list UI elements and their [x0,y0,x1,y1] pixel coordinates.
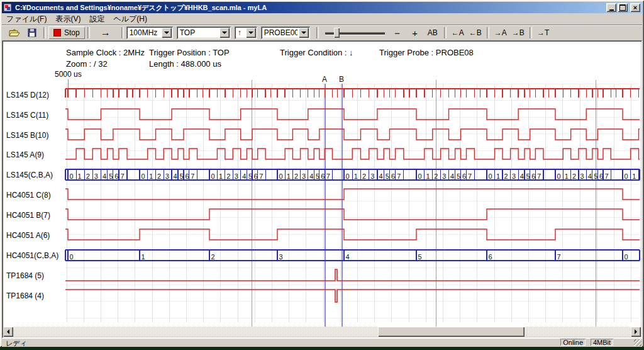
svg-text:3: 3 [279,253,283,261]
zoom-slider-handle[interactable] [334,28,340,38]
app-window: C:¥Documents and Settings¥noname¥デスクトップ¥… [0,0,644,347]
svg-text:0: 0 [70,172,74,180]
waveform-canvas[interactable]: AB01234567012345670123456701234567012345… [64,71,641,330]
svg-text:7: 7 [326,172,330,180]
svg-text:5: 5 [109,172,113,180]
svg-text:2: 2 [86,172,90,180]
zoom-in-button[interactable]: + [406,26,424,39]
zoom-text: Zoom : / 32 [66,59,108,69]
trigger-position-text: Trigger Position : TOP [149,48,230,57]
channel-label: LS145 D(12) [6,91,49,99]
trigger-pos-value: TOP [180,28,218,37]
trigger-pos-combobox[interactable]: TOP [177,26,231,39]
maximize-button[interactable] [618,3,628,12]
svg-text:1: 1 [426,172,430,180]
goto-cursor-b-left-button[interactable]: ←B [467,26,484,39]
svg-text:4: 4 [379,172,382,180]
title-bar[interactable]: C:¥Documents and Settings¥noname¥デスクトップ¥… [2,2,642,13]
clock-dropdown-button[interactable] [162,28,172,38]
svg-text:1: 1 [149,172,153,180]
svg-text:0: 0 [279,172,283,180]
svg-text:0: 0 [211,172,215,180]
minimize-icon [609,9,614,11]
menu-bar: ファイル(F) 表示(V) 設定 ヘルプ(H) [2,13,642,25]
svg-text:6: 6 [531,172,535,180]
tool-bar: Stop → 100MHz TOP ↑ PROBE00 − + AB ←A [2,25,642,41]
trigger-pos-dropdown-button[interactable] [219,28,230,38]
svg-text:0: 0 [625,253,628,261]
zoom-slider[interactable] [325,27,385,38]
goto-cursor-a-right-button[interactable]: →A [492,26,509,39]
channel-waveform [65,109,640,120]
svg-text:7: 7 [259,172,263,180]
svg-text:0: 0 [557,172,561,180]
svg-text:7: 7 [537,172,541,180]
svg-text:0: 0 [70,253,74,261]
svg-text:6: 6 [391,172,395,180]
svg-text:3: 3 [442,172,446,180]
toolbar-separator [121,27,124,38]
channel-label: LS145(C,B,A) [6,171,53,179]
svg-text:3: 3 [235,172,238,180]
svg-text:2: 2 [226,172,230,180]
svg-text:5: 5 [316,172,319,180]
scroll-right-button[interactable] [631,327,641,337]
svg-text:1: 1 [219,172,223,180]
svg-text:6: 6 [489,253,492,261]
edge-dropdown-button[interactable] [246,28,256,38]
svg-text:5: 5 [457,172,460,180]
run-button[interactable]: → [92,26,119,39]
svg-text:1: 1 [496,172,500,180]
svg-text:5: 5 [418,253,422,261]
status-ready: レディ [6,339,27,348]
resize-grip [634,339,641,346]
channel-waveform [65,209,640,220]
toolbar-separator [487,27,489,38]
svg-text:2: 2 [504,172,508,180]
probe-value: PROBE00 [264,28,297,37]
save-button[interactable] [23,26,41,39]
horizontal-scrollbar[interactable] [3,327,641,337]
channel-waveform [65,269,640,281]
zoom-out-button[interactable]: − [389,26,406,39]
minimize-button[interactable] [606,3,616,12]
edge-combobox[interactable]: ↑ [235,26,257,39]
zoom-ab-button[interactable]: AB [424,26,441,39]
channel-label: TP1684 (4) [6,291,44,300]
time-scale-text: 5000 us [55,70,82,79]
chevron-down-icon [301,31,306,34]
probe-dropdown-button[interactable] [299,28,309,38]
svg-text:7: 7 [397,172,401,180]
probe-combobox[interactable]: PROBE00 [261,26,310,39]
goto-cursor-a-left-button[interactable]: ←A [449,26,467,39]
svg-text:3: 3 [302,172,306,180]
scrollbar-thumb[interactable] [378,327,525,337]
menu-view[interactable]: 表示(V) [51,13,85,25]
menu-help[interactable]: ヘルプ(H) [109,13,152,25]
stop-button[interactable]: Stop [48,26,85,39]
close-button[interactable]: × [630,3,640,12]
clock-value: 100MHz [130,28,160,37]
svg-text:1: 1 [78,172,82,180]
svg-text:7: 7 [604,172,608,180]
channel-label: HC4051 A(6) [6,231,50,240]
svg-text:A: A [322,75,327,84]
svg-text:0: 0 [418,172,422,180]
open-folder-icon [9,28,20,37]
toolbar-separator [87,27,90,38]
menu-settings[interactable]: 設定 [85,13,109,25]
goto-trigger-button[interactable]: →T [535,26,552,39]
open-button[interactable] [6,26,23,39]
svg-text:B: B [339,75,344,84]
channel-label: TP1684 (5) [6,271,44,280]
scroll-left-button[interactable] [3,327,13,337]
arrow-left-icon [7,329,9,334]
clock-combobox[interactable]: 100MHz [126,26,173,39]
svg-text:3: 3 [370,172,374,180]
menu-file[interactable]: ファイル(F) [2,13,51,25]
svg-text:0: 0 [489,172,492,180]
svg-text:0: 0 [142,172,145,180]
edge-value: ↑ [238,28,245,37]
stop-icon [53,29,61,37]
goto-cursor-b-right-button[interactable]: →B [509,26,527,39]
